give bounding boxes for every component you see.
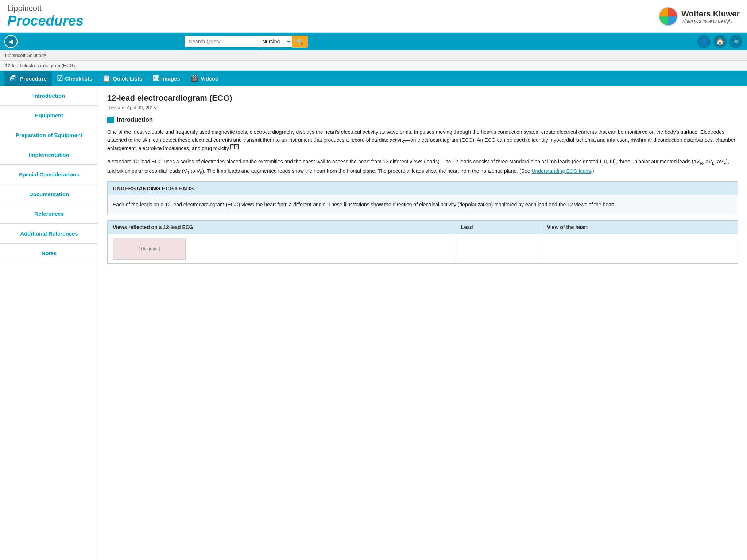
para2-e: to V	[189, 168, 200, 174]
sidebar-item-introduction[interactable]: Introduction	[0, 86, 98, 106]
intro-para1-text: One of the most valuable and frequently …	[107, 129, 735, 151]
intro-section-header: Introduction	[107, 116, 738, 124]
sidebar-item-documentation[interactable]: Documentation	[0, 184, 98, 204]
wk-tagline: When you have to be right	[681, 19, 740, 24]
wk-logo: Wolters Kluwer When you have to be right	[659, 7, 740, 26]
procedure-icon: 🌊	[9, 74, 18, 82]
intro-para2: A standard 12-lead ECG uses a series of …	[107, 158, 738, 176]
wk-name: Wolters Kluwer	[681, 9, 740, 19]
para2-c: , aV	[714, 159, 723, 164]
ref-sup-1[interactable]: 1	[230, 144, 235, 149]
diagram-placeholder: [ Diagram ]	[113, 238, 186, 260]
wk-globe-icon	[659, 7, 678, 26]
search-area: Nursing Medicine All 🔍	[185, 36, 367, 48]
quicklists-icon: 📋	[102, 74, 111, 82]
ecg-leads-box: UNDERSTANDING ECG LEADS Each of the lead…	[107, 181, 738, 214]
sidebar-item-implementation[interactable]: Implementation	[0, 145, 98, 165]
user-icon[interactable]: 👤	[697, 35, 711, 48]
intro-para1: One of the most valuable and frequently …	[107, 128, 738, 152]
logo-lippincott: Lippincott	[7, 4, 84, 13]
tab-videos[interactable]: 🎬 Videos	[185, 71, 224, 86]
breadcrumb-level1: Lippincott Solutions	[0, 50, 747, 61]
toolbar-right: 👤 🏠 ≡	[697, 35, 743, 48]
page-title: 12-lead electrocardiogram (ECG)	[107, 93, 738, 103]
para2-sub-R: R	[700, 161, 703, 166]
tab-videos-label: Videos	[201, 75, 218, 82]
search-input[interactable]	[185, 36, 258, 47]
table-cell-diagram: [ Diagram ]	[108, 234, 456, 263]
table-cell-lead	[456, 234, 542, 263]
breadcrumb-level2: 12-lead electrocardiogram (ECG)	[0, 61, 747, 71]
ecg-table: Views reflected on a 12-lead ECG Lead Vi…	[107, 220, 738, 264]
tab-images[interactable]: 🖼 Images	[147, 71, 185, 86]
sidebar-item-additional-references[interactable]: Additional References	[0, 224, 98, 244]
ecg-box-body-text: Each of the leads on a 12-lead electroca…	[113, 202, 616, 207]
tab-procedure-label: Procedure	[20, 75, 47, 82]
intro-section-title: Introduction	[117, 116, 153, 124]
sidebar-item-notes[interactable]: Notes	[0, 244, 98, 263]
content-area: 12-lead electrocardiogram (ECG) Revised:…	[98, 86, 747, 560]
para2-b: , aV	[703, 159, 712, 164]
ecg-leads-link[interactable]: Understanding ECG leads	[531, 168, 591, 174]
logo-procedures: Procedures	[7, 13, 84, 29]
tab-quicklists[interactable]: 📋 Quick Lists	[97, 71, 147, 86]
logo-area: Lippincott Procedures	[7, 4, 84, 29]
app-header: Lippincott Procedures Wolters Kluwer Whe…	[0, 0, 747, 33]
sidebar-item-references[interactable]: References	[0, 204, 98, 224]
tab-bar: 🌊 Procedure ☑ Checklists 📋 Quick Lists 🖼…	[0, 71, 747, 86]
table-header-lead: Lead	[456, 220, 542, 234]
ecg-box-header: UNDERSTANDING ECG LEADS	[108, 182, 738, 195]
sidebar-item-preparation[interactable]: Preparation of Equipment	[0, 125, 98, 145]
table-row: [ Diagram ]	[108, 234, 738, 263]
videos-icon: 🎬	[190, 74, 198, 82]
search-select[interactable]: Nursing Medicine All	[258, 36, 292, 47]
tab-checklists-label: Checklists	[65, 75, 92, 82]
back-button[interactable]: ◀	[4, 35, 18, 48]
ref-sup-2[interactable]: 2	[234, 144, 239, 149]
para2-g: .)	[591, 168, 594, 174]
section-marker-icon	[107, 117, 114, 123]
toolbar: ◀ Nursing Medicine All 🔍 👤 🏠 ≡	[0, 33, 747, 50]
tab-quicklists-label: Quick Lists	[113, 75, 142, 82]
sidebar-item-special[interactable]: Special Considerations	[0, 165, 98, 184]
table-cell-view	[542, 234, 738, 263]
table-header-view: View of the heart	[542, 220, 738, 234]
wk-text: Wolters Kluwer When you have to be right	[681, 9, 740, 24]
table-header-views: Views reflected on a 12-lead ECG	[108, 220, 456, 234]
revised-date: Revised: April 03, 2015	[107, 105, 738, 110]
sidebar: Introduction Equipment Preparation of Eq…	[0, 86, 98, 560]
para2-a: A standard 12-lead ECG uses a series of …	[107, 159, 700, 164]
para2-f: ). The limb leads and augmented leads sh…	[202, 168, 531, 174]
menu-icon[interactable]: ≡	[729, 35, 743, 48]
ecg-box-body: Each of the leads on a 12-lead electroca…	[108, 195, 738, 214]
tab-procedure[interactable]: 🌊 Procedure	[4, 71, 52, 86]
images-icon: 🖼	[152, 75, 159, 82]
checklists-icon: ☑	[57, 74, 63, 82]
tab-images-label: Images	[161, 75, 180, 82]
main-layout: Introduction Equipment Preparation of Eq…	[0, 86, 747, 560]
tab-checklists[interactable]: ☑ Checklists	[52, 71, 97, 86]
home-icon[interactable]: 🏠	[713, 35, 727, 48]
sidebar-item-equipment[interactable]: Equipment	[0, 106, 98, 125]
search-button[interactable]: 🔍	[292, 36, 308, 48]
